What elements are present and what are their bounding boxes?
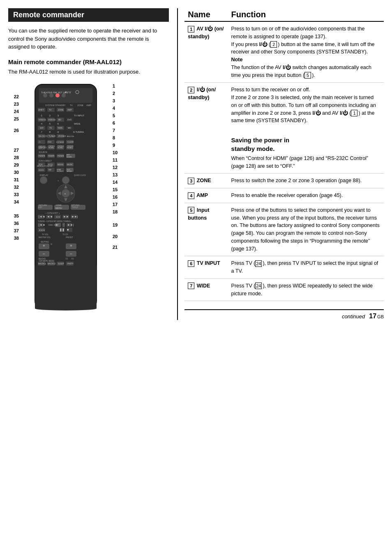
row1-name: 1 AV I/⏻ (on/standby) [184,21,228,83]
svg-text:SHIFT: SHIFT [38,109,44,111]
row3-name: 3 ZONE [184,174,228,188]
svg-text:·2: ·2 [48,114,51,117]
svg-text:PARTY: PARTY [67,263,74,265]
label-29: 29 [8,161,19,169]
svg-text:◄◄◄: ◄◄◄ [39,229,45,231]
sub-heading: Main remote commander (RM-AAL012) [8,58,169,65]
svg-text:HDMI4: HDMI4 [39,155,45,157]
label-35: 35 [8,212,19,220]
svg-text:·HOME: ·HOME [55,204,62,206]
table-row: 1 AV I/⏻ (on/standby) Press to turn on o… [184,21,384,83]
svg-point-183 [35,306,97,310]
svg-text:►►: ►► [63,215,69,218]
label-r1: 1 [113,82,122,90]
remote-svg: THEATER RM SET UP AV I/ SYSTEM STANDBY T… [33,82,99,314]
svg-text:·4: ·4 [40,123,43,125]
svg-text:·0/10: ·0/10 [47,141,52,143]
continued-label: continued [342,313,365,320]
svg-text:BD: BD [58,118,61,121]
svg-text:VIDEO1: VIDEO1 [39,118,46,121]
row2-name: 2 I/⏻ (on/standby) [184,83,228,174]
svg-text:RESOL: RESOL [39,169,44,171]
svg-point-5 [43,93,47,97]
svg-text:TV: TV [70,104,73,107]
label-r7: 7 [113,127,122,134]
row6-name: 6 TV INPUT [184,256,228,279]
remote-labels-right: 1 2 3 4 5 6 7 8 9 10 11 12 13 14 [113,82,122,251]
label-28: 28 [8,154,19,161]
label-r5: 5 [113,112,122,119]
label-r4: 4 [113,104,122,112]
svg-text:2CH/ A.DIRECT: 2CH/ A.DIRECT [39,160,52,162]
row5-num: 5 [188,207,194,213]
svg-text:SYSTEM STANDBY: SYSTEM STANDBY [45,104,66,107]
svg-text:►►|: ►►| [67,223,74,227]
label-30: 30 [8,169,19,176]
svg-text:HDMI5: HDMI5 [48,155,55,157]
function-table: Name Function 1 AV I/⏻ (on/standby) Pres… [184,8,384,301]
table-row: 3 ZONE Press to switch the zone 2 or zon… [184,174,384,188]
label-r8: 8 [113,134,122,141]
label-27: 27 [8,146,19,154]
svg-text:WIDE: WIDE [74,123,81,125]
page-footer: continued 17 GB [184,309,384,320]
row2-num: 2 [188,87,194,93]
svg-text:HDMI1: HDMI1 [48,147,54,149]
label-38: 38 [8,234,19,242]
sub-intro: The RM-AAL012 remote is used for illustr… [8,68,169,76]
svg-text:AMP: AMP [86,104,91,107]
row7-function: Press TV (24), then press WIDE repeatedl… [228,278,384,301]
saving-power-heading: Saving the power instandby mode. [231,136,380,153]
svg-text:◄◄: ◄◄ [47,215,53,218]
label-r14: 14 [113,178,122,186]
svg-text:SLEEP: SLEEP [58,263,64,265]
svg-text:MACRO1: MACRO1 [38,263,46,265]
svg-text:– CATEGORY +: – CATEGORY + [45,212,60,214]
row2-function: Press to turn the receiver on or off. If… [228,83,384,174]
intro-text: You can use the supplied remote to opera… [8,27,169,51]
page: Remote commander You can use the supplie… [0,0,392,556]
svg-text:+: + [64,192,66,196]
svg-point-110 [62,176,69,184]
row5-name: 5 Inputbuttons [184,203,228,256]
svg-text:·9: ·9 [57,131,59,133]
svg-text:·CLEAR: ·CLEAR [67,141,74,143]
table-row: 7 WIDE Press TV (24), then press WIDE re… [184,278,384,301]
svg-text:MOVIE: MOVIE [58,164,64,166]
svg-text:HDMI2: HDMI2 [58,147,63,149]
svg-text:PRESET: PRESET [66,236,73,239]
svg-text:TV CH: TV CH [62,234,68,236]
row4-function: Press to enable the receiver operation (… [228,188,384,203]
svg-text:DMPORT: DMPORT [39,147,47,149]
row5-function: Press one of the buttons to select the c… [228,203,384,256]
svg-text:ZONE: ZONE [58,109,64,111]
row7-name: 7 WIDE [184,278,228,301]
svg-text:❚❚: ❚❚ [60,228,65,232]
label-r20: 20 [113,233,122,240]
right-column: Name Function 1 AV I/⏻ (on/standby) Pres… [177,8,384,320]
svg-text:DISC SKIP: DISC SKIP [48,224,59,226]
label-r2: 2 [113,90,122,97]
label-31: 31 [8,176,19,183]
svg-text:–: – [43,251,45,256]
svg-text:–: – [70,251,72,256]
table-row: 6 TV INPUT Press TV (24), then press TV … [184,256,384,279]
svg-text:AV I/: AV I/ [65,91,71,94]
remote-labels-left: 22 23 24 25 26 27 28 29 30 31 32 33 [8,82,19,242]
svg-text:EXIT: EXIT [38,206,42,208]
svg-text:AMP: AMP [67,109,72,111]
svg-point-6 [49,93,53,97]
svg-text:MODE: MODE [67,170,72,172]
label-26: 26 [8,127,19,134]
svg-text:DVD: DVD [67,118,72,121]
svg-text:TUNING–  CATEGORY MODE  TUNING: TUNING– CATEGORY MODE TUNING+ [38,220,71,222]
svg-text:SAT: SAT [40,127,44,129]
table-row: 5 Inputbuttons Press one of the buttons … [184,203,384,256]
label-r3: 3 [113,97,122,104]
label-22: 22 [8,93,19,100]
svg-text:TV VOL: TV VOL [42,234,49,236]
svg-text:·5: ·5 [48,123,51,125]
svg-text:MUSIC: MUSIC [67,164,73,166]
svg-text:PHONO: PHONO [58,135,66,137]
svg-point-7 [55,93,60,97]
